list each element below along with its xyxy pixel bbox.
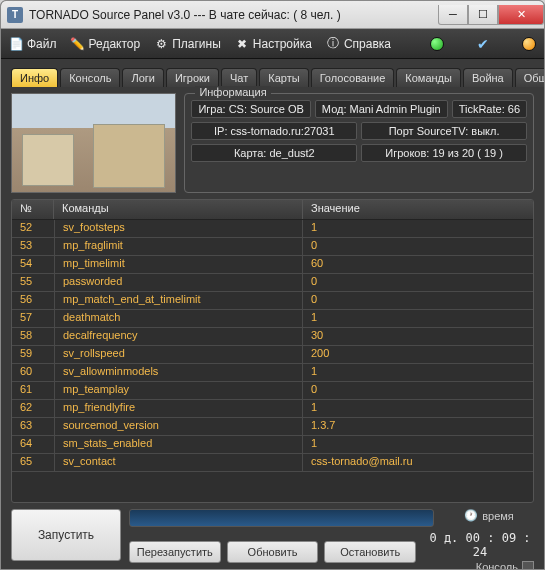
window-controls: ─ ☐ ✕ xyxy=(438,5,544,25)
time-label: 🕐время xyxy=(444,509,534,522)
info-mod: Мод: Mani Admin Plugin xyxy=(315,100,448,118)
tab-карты[interactable]: Карты xyxy=(259,68,308,87)
menu-file-label: Файл xyxy=(27,37,57,51)
cell-cmd: sv_footsteps xyxy=(54,220,303,237)
menu-editor[interactable]: ✏️Редактор xyxy=(71,37,141,51)
cell-val: 0 xyxy=(303,274,533,291)
menu-help-label: Справка xyxy=(344,37,391,51)
cell-num: 57 xyxy=(12,310,54,327)
cell-val: 0 xyxy=(303,292,533,309)
table-row[interactable]: 55passworded0 xyxy=(12,274,533,292)
run-button[interactable]: Запустить xyxy=(11,509,121,561)
table-row[interactable]: 53mp_fraglimit0 xyxy=(12,238,533,256)
cell-cmd: mp_teamplay xyxy=(54,382,303,399)
plugins-icon: ⚙ xyxy=(154,37,168,51)
info-sourcetv: Порт SourceTV: выкл. xyxy=(361,122,527,140)
cell-num: 64 xyxy=(12,436,54,453)
cell-val: 1 xyxy=(303,364,533,381)
tab-логи[interactable]: Логи xyxy=(122,68,164,87)
menu-file[interactable]: 📄Файл xyxy=(9,37,57,51)
tab-консоль[interactable]: Консоль xyxy=(60,68,120,87)
tab-чат[interactable]: Чат xyxy=(221,68,257,87)
footer: Запустить 🕐время Перезапустить Обновить … xyxy=(11,509,534,561)
cell-num: 60 xyxy=(12,364,54,381)
tab-команды[interactable]: Команды xyxy=(396,68,461,87)
info-game: Игра: CS: Source OB xyxy=(191,100,310,118)
help-icon: ⓘ xyxy=(326,37,340,51)
editor-icon: ✏️ xyxy=(71,37,85,51)
console-checkbox[interactable] xyxy=(522,561,534,570)
table-row[interactable]: 60sv_allowminmodels1 xyxy=(12,364,533,382)
table-row[interactable]: 59sv_rollspeed200 xyxy=(12,346,533,364)
cell-val: 30 xyxy=(303,328,533,345)
cell-cmd: mp_match_end_at_timelimit xyxy=(54,292,303,309)
cell-num: 53 xyxy=(12,238,54,255)
menubar: 📄Файл ✏️Редактор ⚙Плагины ✖Настройка ⓘСп… xyxy=(1,29,544,59)
info-players: Игроков: 19 из 20 ( 19 ) xyxy=(361,144,527,162)
app-window: T TORNADO Source Panel v3.0 --- В чате с… xyxy=(0,0,545,570)
table-row[interactable]: 58decalfrequency30 xyxy=(12,328,533,346)
tab-общение[interactable]: Общение xyxy=(515,68,545,87)
clock-icon: 🕐 xyxy=(464,509,478,522)
cell-num: 54 xyxy=(12,256,54,273)
cell-num: 52 xyxy=(12,220,54,237)
col-val[interactable]: Значение xyxy=(303,200,533,219)
cell-num: 56 xyxy=(12,292,54,309)
table-row[interactable]: 57deathmatch1 xyxy=(12,310,533,328)
col-num[interactable]: № xyxy=(12,200,54,219)
menu-help[interactable]: ⓘСправка xyxy=(326,37,391,51)
info-map: Карта: de_dust2 xyxy=(191,144,357,162)
table-row[interactable]: 61mp_teamplay0 xyxy=(12,382,533,400)
menu-plugins[interactable]: ⚙Плагины xyxy=(154,37,221,51)
table-body[interactable]: 52sv_footsteps153mp_fraglimit054mp_timel… xyxy=(12,220,533,502)
table-row[interactable]: 64sm_stats_enabled1 xyxy=(12,436,533,454)
cell-num: 65 xyxy=(12,454,54,471)
map-thumbnail xyxy=(11,93,176,193)
info-tickrate: TickRate: 66 xyxy=(452,100,527,118)
info-legend: Информация xyxy=(195,86,270,98)
status-orb-orange[interactable] xyxy=(522,37,536,51)
console-toggle[interactable]: Консоль xyxy=(426,561,534,570)
status-orb-check[interactable]: ✔ xyxy=(477,36,489,52)
file-icon: 📄 xyxy=(9,37,23,51)
table-header: № Команды Значение xyxy=(12,200,533,220)
cell-val: 0 xyxy=(303,238,533,255)
tab-война[interactable]: Война xyxy=(463,68,513,87)
table-row[interactable]: 62mp_friendlyfire1 xyxy=(12,400,533,418)
restart-button[interactable]: Перезапустить xyxy=(129,541,221,563)
tab-игроки[interactable]: Игроки xyxy=(166,68,219,87)
status-orb-green[interactable] xyxy=(430,37,444,51)
refresh-button[interactable]: Обновить xyxy=(227,541,319,563)
cell-cmd: sm_stats_enabled xyxy=(54,436,303,453)
titlebar[interactable]: T TORNADO Source Panel v3.0 --- В чате с… xyxy=(1,1,544,29)
stop-button[interactable]: Остановить xyxy=(324,541,416,563)
content-area: ИнфоКонсольЛогиИгрокиЧатКартыГолосование… xyxy=(1,59,544,569)
cell-num: 55 xyxy=(12,274,54,291)
menu-settings[interactable]: ✖Настройка xyxy=(235,37,312,51)
cell-cmd: mp_fraglimit xyxy=(54,238,303,255)
cell-val: 1 xyxy=(303,436,533,453)
table-row[interactable]: 52sv_footsteps1 xyxy=(12,220,533,238)
cell-val: 1 xyxy=(303,220,533,237)
tab-голосование[interactable]: Голосование xyxy=(311,68,395,87)
minimize-button[interactable]: ─ xyxy=(438,5,468,25)
menu-settings-label: Настройка xyxy=(253,37,312,51)
col-cmd[interactable]: Команды xyxy=(54,200,303,219)
table-row[interactable]: 56mp_match_end_at_timelimit0 xyxy=(12,292,533,310)
menu-plugins-label: Плагины xyxy=(172,37,221,51)
tab-инфо[interactable]: Инфо xyxy=(11,68,58,87)
table-row[interactable]: 65sv_contactcss-tornado@mail.ru xyxy=(12,454,533,472)
table-row[interactable]: 54mp_timelimit60 xyxy=(12,256,533,274)
cell-val: 200 xyxy=(303,346,533,363)
info-fieldset: Информация Игра: CS: Source OB Мод: Mani… xyxy=(184,93,534,193)
maximize-button[interactable]: ☐ xyxy=(468,5,498,25)
cell-val: 60 xyxy=(303,256,533,273)
settings-icon: ✖ xyxy=(235,37,249,51)
close-button[interactable]: ✕ xyxy=(498,5,544,25)
cell-val: css-tornado@mail.ru xyxy=(303,454,533,471)
cell-num: 62 xyxy=(12,400,54,417)
window-title: TORNADO Source Panel v3.0 --- В чате сей… xyxy=(29,8,438,22)
cell-cmd: decalfrequency xyxy=(54,328,303,345)
table-row[interactable]: 63sourcemod_version1.3.7 xyxy=(12,418,533,436)
cell-cmd: mp_timelimit xyxy=(54,256,303,273)
